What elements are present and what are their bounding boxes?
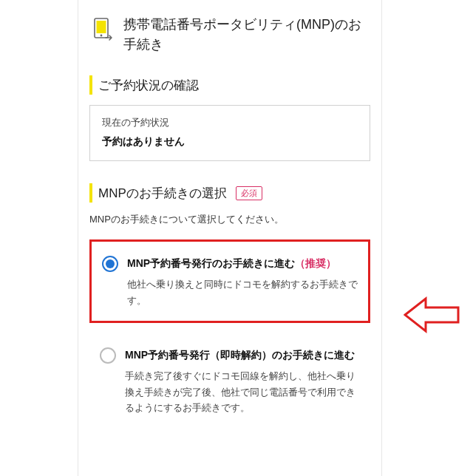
option-body: MNP予約番号発行（即時解約）のお手続きに進む 手続き完了後すぐにドコモ回線を解… <box>125 347 360 416</box>
mnp-procedure-card: 携帯電話番号ポータビリティ(MNP)のお手続き ご予約状況の確認 現在の予約状況… <box>78 0 382 476</box>
phone-transfer-icon <box>89 16 115 41</box>
radio-option-2[interactable] <box>100 347 116 364</box>
option-2-title: MNP予約番号発行（即時解約）のお手続きに進む <box>125 347 360 363</box>
section-accent-bar <box>89 183 92 203</box>
page-title: 携帯電話番号ポータビリティ(MNP)のお手続き <box>123 15 370 55</box>
option-2-desc: 手続き完了後すぐにドコモ回線を解約し、他社へ乗り換え手続きが完了後、他社で同じ電… <box>125 369 360 416</box>
required-badge: 必須 <box>236 186 262 200</box>
selection-section-label: MNPのお手続きの選択 <box>98 185 227 202</box>
option-immediate-cancellation[interactable]: MNP予約番号発行（即時解約）のお手続きに進む 手続き完了後すぐにドコモ回線を解… <box>89 333 370 428</box>
selection-section-title: MNPのお手続きの選択 必須 <box>89 183 370 203</box>
radio-option-1[interactable] <box>102 256 118 272</box>
selection-description: MNPのお手続きについて選択してください。 <box>89 213 370 226</box>
option-body: MNP予約番号発行のお手続きに進む（推奨） 他社へ乗り換えと同時にドコモを解約す… <box>127 255 358 309</box>
annotation-arrow-left-icon <box>404 293 470 337</box>
svg-point-2 <box>101 35 103 37</box>
recommended-label: （推奨） <box>295 257 336 269</box>
page-header: 携帯電話番号ポータビリティ(MNP)のお手続き <box>89 15 370 55</box>
option-1-title-text: MNP予約番号発行のお手続きに進む <box>127 257 295 269</box>
option-issue-reservation-number[interactable]: MNP予約番号発行のお手続きに進む（推奨） 他社へ乗り換えと同時にドコモを解約す… <box>89 239 370 323</box>
status-section-title: ご予約状況の確認 <box>89 75 370 95</box>
status-label: 現在の予約状況 <box>102 116 358 129</box>
option-1-title: MNP予約番号発行のお手続きに進む（推奨） <box>127 255 358 271</box>
svg-rect-1 <box>97 21 106 33</box>
option-1-desc: 他社へ乗り換えと同時にドコモを解約するお手続きです。 <box>127 277 358 309</box>
status-section-label: ご予約状況の確認 <box>98 77 199 94</box>
status-value: 予約はありません <box>102 135 358 149</box>
reservation-status-box: 現在の予約状況 予約はありません <box>89 105 370 161</box>
section-accent-bar <box>89 75 92 95</box>
